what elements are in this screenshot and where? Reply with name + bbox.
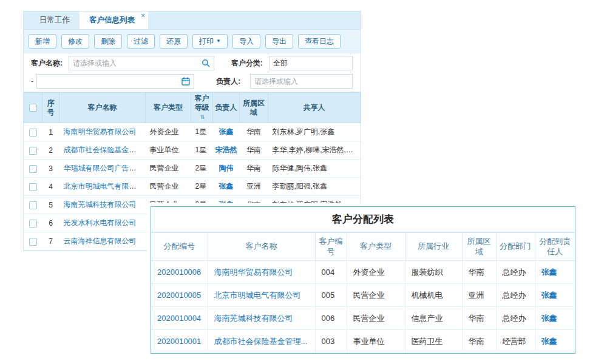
view-log-button[interactable]: 查看日志 — [298, 34, 341, 49]
row-no: 2 — [42, 141, 59, 160]
table-row: 3 华瑞城有限公司广告设计部 民营企业 2星 陶伟 华南 陈华健,陶伟,张鑫 — [24, 160, 361, 178]
customer-no: 003 — [315, 330, 347, 353]
row-checkbox[interactable] — [29, 220, 37, 228]
owner-field — [250, 74, 353, 89]
col-customer-type: 客户类型 — [347, 233, 405, 261]
customer-type: 事业单位 — [146, 141, 191, 160]
col-dept: 分配部门 — [496, 233, 535, 261]
industry: 服装纺织 — [405, 261, 462, 284]
add-button[interactable]: 新增 — [29, 34, 56, 49]
tab-label: 日常工作 — [39, 15, 70, 25]
alloc-no-link[interactable]: 2020010006 — [157, 268, 201, 277]
tab-daily-work[interactable]: 日常工作 — [30, 12, 80, 29]
col-assignee: 分配到责任人 — [535, 233, 575, 261]
row-checkbox[interactable] — [29, 165, 37, 173]
customer-level: 2星 — [191, 178, 213, 196]
calendar-icon[interactable] — [181, 77, 190, 86]
assignee-link[interactable]: 张鑫 — [541, 337, 557, 346]
col-region: 所属区域 — [240, 93, 268, 123]
sort-icon[interactable]: ⇅ — [200, 114, 205, 120]
row-checkbox[interactable] — [29, 129, 37, 136]
customer-name-link[interactable]: 北京市明城电气有限公司 — [64, 182, 144, 190]
close-icon[interactable]: × — [141, 12, 145, 19]
date-field — [36, 74, 194, 89]
filter-button[interactable]: 过滤 — [127, 34, 155, 49]
customer-name-link[interactable]: 成都市社会保险基金管理... — [64, 146, 146, 154]
customer-no: 004 — [315, 261, 347, 284]
customer-name-link[interactable]: 光发水利水电有限公司 — [64, 218, 137, 227]
row-no: 1 — [42, 123, 59, 141]
col-region: 所属区域 — [462, 233, 496, 261]
import-button[interactable]: 导入 — [232, 34, 260, 49]
col-customer-level[interactable]: 客户等级⇅ — [191, 93, 213, 123]
alloc-no-link[interactable]: 2020010001 — [157, 337, 201, 346]
customer-level: 2星 — [191, 160, 213, 178]
row-no: 5 — [42, 196, 59, 214]
category-value: 全部 — [273, 58, 288, 69]
col-alloc-no: 分配编号 — [151, 233, 208, 261]
table-row: 4 北京市明城电气有限公司 民营企业 2星 张鑫 亚洲 李勤丽,阳强,张鑫 — [24, 178, 361, 196]
customer-name-label: 客户名称: — [31, 58, 69, 69]
customer-name-input[interactable] — [73, 59, 199, 67]
region: 亚洲 — [462, 284, 496, 307]
row-no: 4 — [42, 178, 59, 196]
search-icon[interactable] — [202, 59, 210, 67]
customer-name-link[interactable]: 海南明华贸易有限公司 — [214, 268, 293, 277]
customer-name-link[interactable]: 云南海祥信息有限公司 — [64, 237, 137, 245]
date-input[interactable] — [41, 77, 179, 86]
customer-type: 民营企业 — [146, 178, 191, 196]
owner-link[interactable]: 张鑫 — [219, 182, 234, 190]
col-industry: 所属行业 — [405, 233, 462, 261]
allocation-row: 2020010006 海南明华贸易有限公司 004 外资企业 服装纺织 华南 总… — [151, 261, 575, 284]
region: 华南 — [462, 261, 496, 284]
row-checkbox[interactable] — [29, 147, 37, 155]
region: 亚洲 — [240, 178, 268, 196]
customer-type: 民营企业 — [347, 284, 405, 307]
export-button[interactable]: 导出 — [265, 34, 293, 49]
row-no: 3 — [42, 160, 59, 178]
row-checkbox[interactable] — [29, 201, 37, 209]
assignee-link[interactable]: 张鑫 — [541, 268, 557, 277]
customer-name-link[interactable]: 海南明华贸易有限公司 — [64, 127, 137, 136]
row-checkbox[interactable] — [29, 183, 37, 191]
customer-name-link[interactable]: 海南芜城科技有限公司 — [214, 314, 293, 323]
owner-link[interactable]: 张鑫 — [219, 127, 234, 136]
col-no: 序号 — [42, 93, 59, 123]
customer-name-link[interactable]: 北京市明城电气有限公司 — [214, 291, 301, 300]
restore-button[interactable]: 还原 — [160, 34, 188, 49]
select-all-checkbox[interactable] — [29, 104, 37, 112]
row-checkbox[interactable] — [29, 238, 37, 246]
customer-no: 006 — [315, 307, 347, 330]
edit-button[interactable]: 修改 — [61, 34, 89, 49]
owner-link[interactable]: 陶伟 — [219, 164, 234, 172]
region: 华南 — [462, 330, 496, 353]
alloc-no-link[interactable]: 2020010005 — [157, 291, 201, 300]
tab-customer-info-list[interactable]: 客户信息列表 × — [80, 12, 148, 29]
owner-link[interactable]: 宋浩然 — [215, 146, 237, 154]
customer-name-link[interactable]: 成都市社会保险基金管理... — [214, 337, 308, 346]
shared-names: 陈华健,陶伟,张鑫 — [268, 160, 361, 178]
category-label: 客户分类: — [231, 58, 269, 69]
date-range-dash: - — [31, 77, 36, 86]
col-owner: 负责人 — [213, 93, 240, 123]
dept: 总经办 — [496, 307, 535, 330]
assignee-link[interactable]: 张鑫 — [541, 291, 557, 300]
owner-input[interactable] — [254, 77, 348, 86]
category-select[interactable]: 全部 — [269, 56, 353, 70]
filter-row-2: - 负责人: — [31, 72, 353, 90]
customer-name-link[interactable]: 海南芜城科技有限公司 — [64, 200, 137, 209]
customer-name-link[interactable]: 华瑞城有限公司广告设计部 — [64, 164, 146, 172]
assignee-link[interactable]: 张鑫 — [541, 314, 557, 323]
filter-row-1: 客户名称: 客户分类: 全部 — [31, 54, 353, 72]
allocation-header-row: 分配编号 客户名称 客户编号 客户类型 所属行业 所属区域 分配部门 分配到责任… — [151, 233, 575, 261]
alloc-no-link[interactable]: 2020010004 — [157, 314, 201, 323]
industry: 机械机电 — [405, 284, 462, 307]
industry: 医药卫生 — [405, 330, 462, 353]
allocation-title: 客户分配列表 — [151, 207, 575, 232]
chevron-down-icon: ▼ — [216, 39, 221, 44]
allocation-row: 2020010005 北京市明城电气有限公司 005 民营企业 机械机电 亚洲 … — [151, 284, 575, 307]
col-customer-name: 客户名称 — [59, 93, 146, 123]
delete-button[interactable]: 删除 — [94, 34, 122, 49]
print-button[interactable]: 打印 ▼ — [192, 34, 228, 49]
allocation-panel: 客户分配列表 分配编号 客户名称 客户编号 客户类型 所属行业 所属区域 分配部… — [151, 206, 575, 354]
